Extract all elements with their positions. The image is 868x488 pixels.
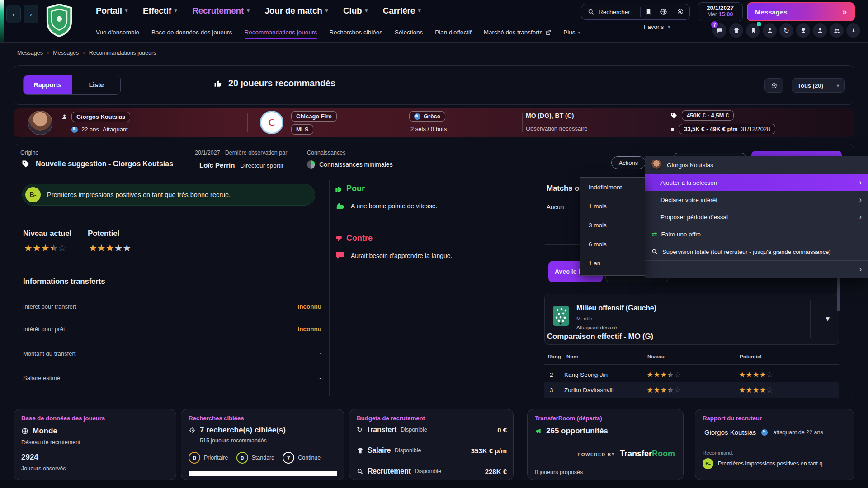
player-photo[interactable] <box>28 111 52 135</box>
league-chip[interactable]: MLS <box>291 124 313 135</box>
nav-carriere[interactable]: Carrière▾ <box>383 6 421 16</box>
date-time-widget[interactable]: 20/1/2027 Mer 15:00 <box>698 2 743 21</box>
training-button[interactable] <box>846 23 860 38</box>
trophy-icon <box>800 28 807 34</box>
col-rang[interactable]: Rang <box>548 354 561 359</box>
squad-button[interactable] <box>729 23 743 38</box>
submenu-6-mois[interactable]: 6 mois <box>580 235 645 253</box>
subnav-plan-deffectif[interactable]: Plan d'effectif <box>435 24 471 40</box>
scout-grade-pill: B- Premières impressions positives en ta… <box>22 184 315 206</box>
players-scouted-count: 2924 <box>21 453 38 462</box>
transfer-info-title: Informations transferts <box>23 277 105 286</box>
card-scout-report[interactable]: Rapport du recruteur Giorgos Koutsias at… <box>695 409 854 480</box>
menu-item-offer-trial[interactable]: Proposer période d'essai › <box>645 208 868 225</box>
card-recruitment-budgets[interactable]: Budgets de recrutement ↻ Transfert Dispo… <box>349 409 514 480</box>
nation-chip[interactable]: Grèce <box>409 111 445 122</box>
card-main: Monde <box>21 427 57 436</box>
subnav-marche-des-transferts[interactable]: Marché des transferts <box>484 24 552 40</box>
megaphone-icon <box>535 427 542 435</box>
refresh-icon: ↻ <box>357 426 363 434</box>
breadcrumb-item[interactable]: Messages <box>53 50 79 56</box>
subnav-recherches-ciblees[interactable]: Recherches ciblées <box>329 24 382 40</box>
subnav-base-de-donnees[interactable]: Base de données des joueurs <box>151 24 232 40</box>
subnav-vue-densemble[interactable]: Vue d'ensemble <box>96 24 139 40</box>
inbox-button[interactable]: 7 <box>712 23 726 38</box>
tab-liste[interactable]: Liste <box>72 75 120 94</box>
card-title: TransferRoom (départs) <box>535 415 602 422</box>
grade-badge: B- <box>703 458 713 469</box>
menu-item-declare-interest[interactable]: Déclarer votre intérêt › <box>645 191 868 208</box>
role-title: Milieu offensif (Gauche) <box>576 304 656 312</box>
search-input[interactable]: Rechercher <box>581 9 640 15</box>
col-potentiel[interactable]: Potentiel <box>740 354 762 359</box>
tab-rapports[interactable]: Rapports <box>24 75 72 94</box>
view-toggle: Rapports Liste <box>23 75 121 95</box>
submenu-3-mois[interactable]: 3 mois <box>580 216 645 235</box>
bookmarks-button[interactable] <box>641 9 656 15</box>
scout-report-player[interactable]: Giorgos Koutsias <box>704 428 756 436</box>
breadcrumb-item[interactable]: Messages <box>17 50 43 56</box>
card-transferroom[interactable]: TransferRoom (départs) 265 opportunités … <box>527 409 684 480</box>
submenu-1-mois[interactable]: 1 mois <box>580 197 645 216</box>
top-bar: ‹ › Portail▾ Effectif▾ Recrutement▾ Jour… <box>0 0 868 42</box>
player-banner: Giorgos Koutsias 22 ans Attaquant C Chic… <box>14 108 854 137</box>
submenu-indefiniment[interactable]: Indéfiniment <box>580 178 645 197</box>
subnav-recommandations-joueurs[interactable]: Recommandations joueurs <box>245 24 317 40</box>
card-player-database[interactable]: Base de données des joueurs Monde Réseau… <box>14 409 176 480</box>
table-row[interactable]: 2 Kang Seong-Jin ★★★★☆ ★★★★☆ <box>544 367 839 382</box>
breadcrumb-item[interactable]: Recommandations joueurs <box>89 50 156 56</box>
search-bar[interactable]: Rechercher <box>581 4 690 20</box>
competitions-button[interactable] <box>796 23 810 38</box>
header-settings-button[interactable] <box>764 78 783 93</box>
actions-button[interactable]: Actions <box>611 156 646 169</box>
history-back-button[interactable]: ‹ <box>6 5 21 23</box>
player-positions: MO (DG), BT (C) <box>526 112 574 119</box>
menu-item-more[interactable]: › <box>645 261 868 278</box>
standard-count: 0 <box>236 452 248 464</box>
ball-icon <box>71 127 78 133</box>
chevron-right-icon: › <box>859 196 862 204</box>
col-nom[interactable]: Nom <box>566 354 578 359</box>
col-niveau[interactable]: Niveau <box>647 354 665 359</box>
scout-name[interactable]: Loïc Perrin <box>199 161 235 169</box>
nav-effectif[interactable]: Effectif▾ <box>143 6 177 16</box>
filter-dropdown[interactable]: Tous (20)▾ <box>792 78 845 93</box>
submenu-1-an[interactable]: 1 an <box>580 253 645 272</box>
subnav-selections[interactable]: Sélections <box>395 24 423 40</box>
thumbs-up-icon <box>214 79 222 88</box>
club-logo-chicago-fire[interactable]: C <box>260 111 283 134</box>
world-button[interactable] <box>656 8 671 15</box>
chevron-down-icon: ▾ <box>175 8 177 14</box>
menu-item-make-offer[interactable]: ⇄ Faire une offre <box>645 225 868 243</box>
devices-button[interactable] <box>746 23 760 38</box>
team-button[interactable] <box>830 23 844 38</box>
club-crest-asse[interactable] <box>45 4 73 37</box>
favoris-dropdown[interactable]: Favoris ▾ <box>644 23 670 30</box>
club-name-chip[interactable]: Chicago Fire <box>291 111 337 122</box>
card-icon <box>750 28 756 34</box>
scouting-button[interactable] <box>763 23 777 38</box>
menu-item-full-scouting[interactable]: Supervision totale (tout recruteur - jus… <box>645 243 868 260</box>
divider <box>810 300 811 338</box>
settings-button[interactable] <box>671 8 689 15</box>
nav-jour-de-match[interactable]: Jour de match▾ <box>264 6 328 16</box>
thumbs-up-icon <box>335 185 342 192</box>
menu-item-add-to-shortlist[interactable]: Ajouter à la sélection › <box>645 174 868 191</box>
messages-button[interactable]: Messages » <box>747 2 855 21</box>
nav-recrutement[interactable]: Recrutement▾ <box>192 6 249 16</box>
nav-portail[interactable]: Portail▾ <box>96 6 127 16</box>
card-focused-searches[interactable]: Recherches ciblées 7 recherche(s) ciblée… <box>181 409 344 480</box>
subnav-plus[interactable]: Plus▾ <box>563 24 580 40</box>
sync-button[interactable]: ↻ <box>779 23 793 38</box>
staff-button[interactable] <box>813 23 827 38</box>
player-name-chip[interactable]: Giorgos Koutsias <box>71 112 130 122</box>
nav-club[interactable]: Club▾ <box>343 6 368 16</box>
history-forward-button[interactable]: › <box>24 5 38 23</box>
game-day: Mer <box>708 11 717 18</box>
cons-item: Aurait besoin d'apprendre la langue. <box>335 251 453 261</box>
chevron-down-icon[interactable]: ▾ <box>826 314 830 324</box>
transfer-value-chip: 450K € - 4,5M € <box>682 110 734 121</box>
chevron-right-icon: › <box>859 178 862 187</box>
card-sub: 0 joueurs proposés <box>535 469 583 475</box>
table-row[interactable]: 3 Zuriko Davitashvili ★★★★☆ ★★★★☆ <box>544 382 839 398</box>
